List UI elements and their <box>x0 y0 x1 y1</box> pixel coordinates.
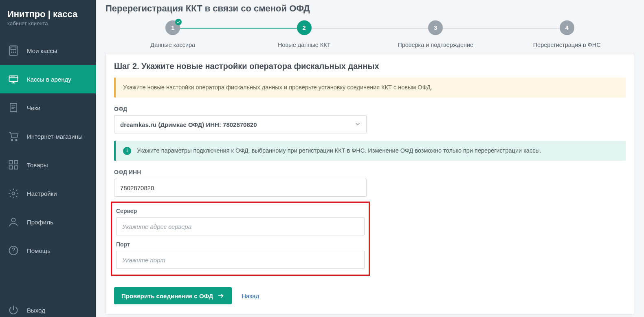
svg-rect-1 <box>11 47 16 49</box>
step-number: 2 <box>303 24 306 31</box>
step-circle: 2 <box>297 20 312 35</box>
brand-title: Инитпро | касса <box>7 9 88 20</box>
info-text: Укажите параметры подключения к ОФД, выб… <box>137 146 541 155</box>
step-circle: 3 <box>428 20 443 35</box>
port-label: Порт <box>116 241 365 248</box>
sidebar-item-receipts[interactable]: Чеки <box>0 93 96 122</box>
step-1: 1 Данные кассира <box>107 20 239 48</box>
sidebar-item-products[interactable]: Товары <box>0 151 96 179</box>
user-icon <box>7 216 20 228</box>
cart-icon <box>7 130 20 142</box>
register-icon <box>7 44 20 57</box>
step-4: 4 Перерегистрация в ФНС <box>501 20 633 48</box>
sidebar-item-profile[interactable]: Профиль <box>0 208 96 236</box>
step-3: 3 Проверка и подтверждение <box>370 20 501 48</box>
sidebar-item-rental-registers[interactable]: WWW Кассы в аренду <box>0 65 96 93</box>
brand: Инитпро | касса кабинет клиента <box>0 0 96 29</box>
step-label: Новые данные ККТ <box>239 42 370 48</box>
check-icon <box>175 19 182 25</box>
step-2: 2 Новые данные ККТ <box>239 20 370 48</box>
grid-icon <box>7 159 20 171</box>
sidebar-item-label: Выход <box>27 307 45 314</box>
sidebar-item-logout[interactable]: Выход <box>0 296 96 317</box>
step-circle: 1 <box>165 20 180 35</box>
step-number: 1 <box>171 24 174 31</box>
sidebar-item-label: Интернет-магазины <box>27 133 83 140</box>
sidebar-item-help[interactable]: Помощь <box>0 236 96 265</box>
warning-alert: Укажите новые настройки оператора фискал… <box>114 78 626 98</box>
inn-field: ОФД ИНН <box>114 169 367 197</box>
brand-subtitle: кабинет клиента <box>7 20 88 27</box>
highlight-box: Сервер Порт <box>111 202 370 276</box>
sidebar-item-shops[interactable]: Интернет-магазины <box>0 122 96 151</box>
chevron-down-icon <box>355 121 360 128</box>
receipt-icon <box>7 102 20 114</box>
sidebar-item-settings[interactable]: Настройки <box>0 179 96 208</box>
stepper: 1 Данные кассира 2 Новые данные ККТ 3 Пр… <box>106 20 634 53</box>
ofd-field: ОФД dreamkas.ru (Дримкас ОФД) ИНН: 78028… <box>114 106 367 133</box>
main: Перерегистрация ККТ в связи со сменой ОФ… <box>96 0 644 317</box>
sidebar-item-label: Мои кассы <box>27 47 57 54</box>
arrow-right-icon <box>217 292 224 299</box>
svg-rect-19 <box>14 161 18 164</box>
svg-point-16 <box>11 140 13 141</box>
gear-icon <box>7 187 20 200</box>
ofd-select[interactable]: dreamkas.ru (Дримкас ОФД) ИНН: 780287082… <box>114 115 367 133</box>
svg-rect-18 <box>9 161 13 164</box>
sidebar-item-label: Настройки <box>27 190 57 197</box>
page-title: Перерегистрация ККТ в связи со сменой ОФ… <box>106 3 634 14</box>
sidebar-item-label: Помощь <box>27 247 51 254</box>
svg-rect-20 <box>9 166 13 169</box>
svg-point-22 <box>12 192 15 195</box>
server-field: Сервер <box>116 208 365 235</box>
svg-rect-21 <box>14 166 18 169</box>
svg-text:WWW: WWW <box>11 76 15 78</box>
step-label: Проверка и подтверждение <box>370 42 501 48</box>
power-icon <box>7 304 20 316</box>
warning-text: Укажите новые настройки оператора фискал… <box>123 84 432 91</box>
back-link[interactable]: Назад <box>242 293 259 299</box>
sidebar-item-my-registers[interactable]: Мои кассы <box>0 36 96 65</box>
svg-point-17 <box>15 140 17 141</box>
inn-input[interactable] <box>114 179 367 197</box>
sidebar: Инитпро | касса кабинет клиента Мои касс… <box>0 0 96 317</box>
step-circle: 4 <box>560 20 574 35</box>
browser-icon: WWW <box>7 73 20 85</box>
step-number: 3 <box>434 24 437 31</box>
sidebar-item-label: Кассы в аренду <box>27 76 71 83</box>
server-input[interactable] <box>116 217 365 235</box>
step-label: Данные кассира <box>107 42 239 48</box>
check-connection-button[interactable]: Проверить соединение с ОФД <box>114 287 232 304</box>
port-input[interactable] <box>116 251 365 269</box>
info-icon: i <box>123 147 131 155</box>
step-number: 4 <box>565 24 569 31</box>
nav: Мои кассы WWW Кассы в аренду Чеки Интерн… <box>0 36 96 296</box>
help-icon <box>7 244 20 257</box>
step-label: Перерегистрация в ФНС <box>501 42 633 48</box>
inn-label: ОФД ИНН <box>114 169 367 175</box>
button-label: Проверить соединение с ОФД <box>121 293 213 299</box>
ofd-select-value: dreamkas.ru (Дримкас ОФД) ИНН: 780287082… <box>120 121 257 128</box>
actions: Проверить соединение с ОФД Назад <box>114 287 626 304</box>
sidebar-item-label: Чеки <box>27 104 40 111</box>
port-field: Порт <box>116 241 365 269</box>
ofd-label: ОФД <box>114 106 367 112</box>
card-title: Шаг 2. Укажите новые настройки оператора… <box>114 62 626 71</box>
server-label: Сервер <box>116 208 365 214</box>
svg-point-23 <box>11 218 15 222</box>
info-alert: i Укажите параметры подключения к ОФД, в… <box>114 141 626 161</box>
sidebar-item-label: Товары <box>27 162 48 168</box>
sidebar-item-label: Профиль <box>27 219 53 226</box>
form-card: Шаг 2. Укажите новые настройки оператора… <box>106 53 634 315</box>
